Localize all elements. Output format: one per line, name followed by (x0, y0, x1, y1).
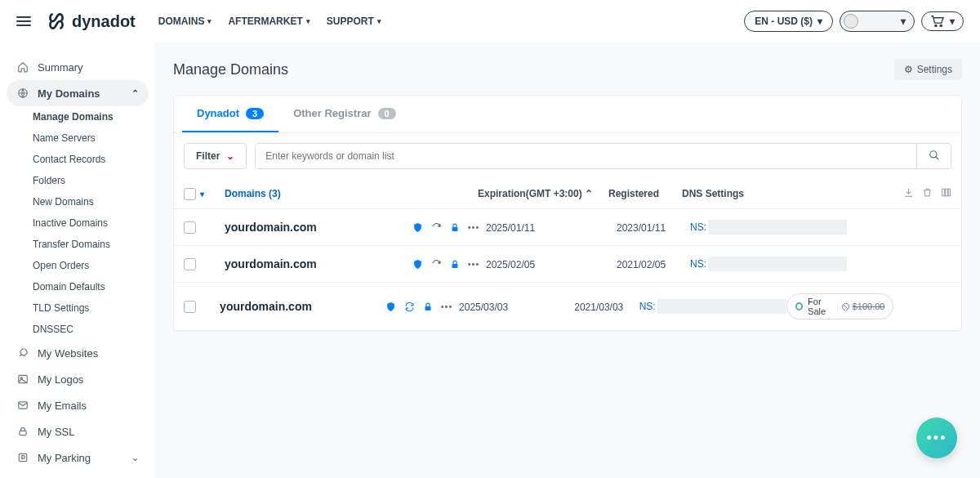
column-domains[interactable]: Domains (3) (225, 188, 281, 199)
more-icon[interactable]: ••• (441, 301, 452, 312)
svg-point-0 (935, 25, 937, 27)
svg-rect-11 (945, 189, 947, 196)
sidebar-item-summary[interactable]: Summary (0, 54, 155, 80)
shield-icon[interactable] (412, 221, 423, 233)
svg-rect-12 (948, 189, 950, 196)
sidebar-sub-open-orders[interactable]: Open Orders (0, 255, 155, 276)
hamburger-menu[interactable] (16, 16, 31, 26)
chat-fab[interactable]: ••• (916, 418, 957, 458)
renew-icon[interactable] (404, 301, 415, 312)
image-icon (16, 373, 29, 386)
registered-date: 2021/03/03 (574, 302, 623, 313)
download-icon[interactable] (903, 187, 914, 200)
renew-icon[interactable] (431, 258, 442, 270)
mail-icon (16, 399, 29, 412)
lock-icon[interactable] (423, 301, 433, 312)
column-dns[interactable]: DNS Settings (682, 188, 744, 199)
brand-logo[interactable]: dynadot (46, 11, 136, 32)
page-title: Manage Domains (173, 61, 288, 78)
rocket-icon (16, 346, 29, 360)
sidebar-item-my-emails[interactable]: My Emails (0, 392, 155, 418)
domain-name[interactable]: yourdomain.com (225, 257, 317, 270)
trash-icon[interactable] (922, 187, 933, 200)
dns-value[interactable]: NS: (690, 221, 706, 233)
search-icon (929, 150, 940, 161)
avatar (844, 14, 858, 29)
domain-name[interactable]: yourdomain.com (220, 300, 312, 313)
sidebar-sub-manage-domains[interactable]: Manage Domains (0, 106, 155, 127)
for-sale-badge[interactable]: For Sale $100.00 (786, 293, 893, 319)
svg-rect-14 (452, 264, 458, 268)
search-input[interactable] (256, 144, 916, 168)
sidebar-sub-contact-records[interactable]: Contact Records (0, 149, 155, 170)
filter-button[interactable]: Filter ⌄ (184, 143, 247, 169)
svg-point-1 (940, 25, 942, 27)
cart-icon (930, 16, 945, 27)
chevron-down-icon: ⌄ (226, 150, 234, 162)
chevron-down-icon: ▾ (306, 17, 310, 25)
sidebar-sub-transfer-domains[interactable]: Transfer Domains (0, 234, 155, 255)
nav-domains[interactable]: DOMAINS▾ (158, 16, 212, 27)
price: $100.00 (841, 302, 885, 311)
search-button[interactable] (916, 144, 951, 168)
table-row: yourdomain.com ••• 2025/03/03 2021/03/03… (174, 283, 961, 331)
chevron-down-icon: ▾ (377, 17, 381, 25)
domain-name[interactable]: yourdomain.com (225, 221, 317, 234)
sidebar-sub-name-servers[interactable]: Name Servers (0, 127, 155, 149)
tab-other-registrar[interactable]: Other Registrar 0 (278, 96, 411, 132)
dns-value[interactable]: NS: (639, 301, 656, 312)
tab-dynadot[interactable]: Dynadot 3 (182, 96, 278, 132)
for-sale-label: For Sale (808, 297, 836, 316)
sidebar-item-my-logos[interactable]: My Logos (0, 366, 155, 392)
settings-button[interactable]: ⚙ Settings (894, 59, 962, 80)
dns-redacted (708, 257, 847, 271)
shield-icon[interactable] (385, 301, 396, 312)
registered-date: 2023/01/11 (617, 222, 666, 234)
nav-support[interactable]: SUPPORT▾ (327, 16, 381, 27)
select-all-checkbox[interactable] (184, 188, 196, 200)
sidebar-sub-new-domains[interactable]: New Domains (0, 191, 155, 212)
lock-icon (16, 425, 29, 438)
sidebar-sub-folders[interactable]: Folders (0, 170, 155, 191)
row-checkbox[interactable] (184, 221, 196, 234)
lock-icon[interactable] (450, 221, 460, 233)
columns-icon[interactable] (941, 187, 951, 200)
row-checkbox[interactable] (184, 301, 196, 313)
nav-aftermarket[interactable]: AFTERMARKET▾ (228, 16, 310, 27)
sidebar-item-aftermarket[interactable]: Aftermarket ⌄ (0, 471, 155, 478)
sidebar-sub-tld-settings[interactable]: TLD Settings (0, 297, 155, 319)
column-expiration[interactable]: Expiration(GMT +3:00) ⌃ (478, 188, 593, 199)
lock-icon[interactable] (450, 258, 460, 270)
chevron-down-icon: ⌄ (131, 453, 139, 463)
chevron-down-icon: ▾ (207, 17, 212, 25)
expiration-date: 2025/01/11 (486, 222, 535, 234)
cart-button[interactable]: ▾ (921, 11, 964, 31)
chevron-down-icon: ▾ (817, 16, 822, 27)
sidebar-sub-dnssec[interactable]: DNSSEC (0, 319, 155, 340)
account-menu[interactable]: ▾ (840, 11, 915, 32)
sidebar-item-my-parking[interactable]: My Parking ⌄ (0, 444, 155, 471)
globe-icon (16, 87, 29, 100)
chevron-down-icon[interactable]: ▾ (200, 190, 204, 199)
brand-text: dynadot (72, 12, 136, 31)
sidebar-item-my-ssl[interactable]: My SSL (0, 418, 155, 444)
row-checkbox[interactable] (184, 258, 196, 270)
sort-asc-icon: ⌃ (585, 188, 593, 199)
dns-redacted (708, 220, 847, 235)
renew-icon[interactable] (431, 221, 442, 233)
more-icon[interactable]: ••• (468, 221, 479, 233)
expiration-date: 2025/02/05 (486, 259, 535, 270)
sidebar-sub-inactive-domains[interactable]: Inactive Domains (0, 212, 155, 234)
expiration-date: 2025/03/03 (459, 302, 508, 313)
locale-selector[interactable]: EN - USD ($)▾ (744, 11, 833, 32)
dns-value[interactable]: NS: (690, 258, 706, 270)
shield-icon[interactable] (412, 258, 423, 270)
sidebar-item-my-websites[interactable]: My Websites (0, 340, 155, 366)
svg-rect-13 (452, 227, 458, 231)
table-row: yourdomain.com ••• 2025/01/11 2023/01/11… (174, 209, 961, 246)
sidebar-sub-domain-defaults[interactable]: Domain Defaults (0, 276, 155, 297)
sidebar-item-my-domains[interactable]: My Domains ⌃ (7, 80, 149, 106)
column-registered[interactable]: Registered (608, 188, 659, 199)
badge-count: 3 (246, 108, 264, 119)
more-icon[interactable]: ••• (468, 258, 479, 270)
